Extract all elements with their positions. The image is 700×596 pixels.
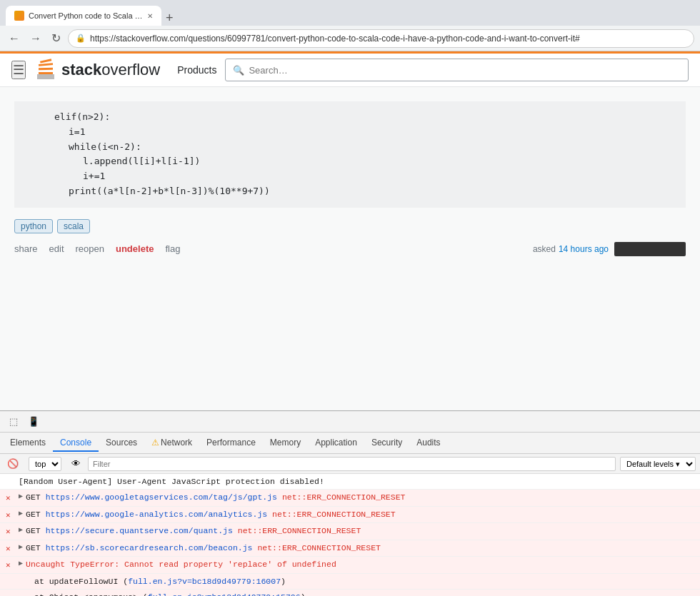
tab-console[interactable]: Console — [53, 435, 99, 452]
hamburger-menu[interactable]: ☰ — [11, 61, 26, 79]
code-line-6: print((a*l[n-2]+b*l[n-3])%(10**9+7)) — [69, 184, 674, 199]
quant-url[interactable]: https://secure.quantserve.com/quant.js — [46, 526, 233, 535]
console-filter-bar: 🚫 top 👁 Default levels ▾ — [0, 454, 700, 474]
eye-btn[interactable]: 👁 — [69, 457, 84, 470]
address-bar-row: ← → ↻ 🔒 https://stackoverflow.com/questi… — [0, 26, 700, 51]
products-nav[interactable]: Products — [177, 64, 216, 76]
console-log-area: [Random User-Agent] User-Agent JavaScrip… — [0, 474, 700, 596]
stack-link-2[interactable]: full.en.js?v=bc18d9d49779:15706 — [148, 592, 301, 596]
tab-elements[interactable]: Elements — [3, 435, 53, 452]
beacon-url[interactable]: https://sb.scorecardresearch.com/beacon.… — [46, 543, 253, 552]
devtools-panel: ⬚ 📱 Elements Console Sources ⚠Network Pe… — [0, 410, 700, 596]
tab-memory[interactable]: Memory — [263, 435, 308, 452]
code-line-4: l.append(l[i]+l[i-1]) — [83, 154, 674, 169]
asked-info: asked 14 hours ago — [533, 242, 686, 256]
so-logo-icon — [34, 56, 57, 84]
flag-link[interactable]: flag — [165, 243, 180, 254]
log-text-gpt: GET https://www.googletagservices.com/ta… — [26, 491, 694, 503]
typeerror-text: Uncaught TypeError: Cannot read property… — [26, 560, 336, 569]
browser-tab-bar: Convert Python code to Scala co... ✕ + — [0, 0, 700, 26]
arrow-1[interactable]: ▶ — [19, 491, 23, 502]
stack-text-2: at Object.<anonymous> (full.en.js?v=bc18… — [34, 591, 694, 596]
tab-security[interactable]: Security — [364, 435, 409, 452]
so-brand-text: stackoverflow — [61, 61, 160, 79]
context-select[interactable]: top — [29, 457, 61, 471]
inspect-btn[interactable]: ⬚ — [6, 414, 21, 429]
error-icon-4: ✕ — [6, 543, 16, 555]
active-tab[interactable]: Convert Python code to Scala co... ✕ — [6, 6, 161, 26]
log-line-typeerror: ✕ ▶ Uncaught TypeError: Cannot read prop… — [0, 557, 700, 574]
undelete-link[interactable]: undelete — [116, 243, 154, 254]
devtools-toolbar: ⬚ 📱 — [0, 411, 700, 433]
search-icon: 🔍 — [233, 65, 244, 76]
log-line-ua: [Random User-Agent] User-Agent JavaScrip… — [0, 474, 700, 490]
filter-input[interactable] — [88, 457, 616, 471]
code-line-5: i+=1 — [83, 169, 674, 184]
arrow-3[interactable]: ▶ — [19, 525, 23, 535]
tab-application[interactable]: Application — [308, 435, 364, 452]
refresh-button[interactable]: ↻ — [49, 30, 64, 46]
gpt-url[interactable]: https://www.googletagservices.com/tag/js… — [46, 493, 277, 502]
share-link[interactable]: share — [14, 243, 38, 254]
svg-rect-2 — [39, 63, 53, 66]
asked-time[interactable]: 14 hours ago — [559, 244, 609, 254]
code-line-2: i=1 — [69, 125, 674, 140]
address-bar[interactable]: 🔒 https://stackoverflow.com/questions/60… — [68, 29, 694, 48]
device-btn[interactable]: 📱 — [24, 414, 43, 429]
ga-url[interactable]: https://www.google-analytics.com/analyti… — [46, 510, 268, 519]
err-connect-3: net::ERR_CONNECTION_RESET — [238, 526, 361, 535]
tab-performance[interactable]: Performance — [199, 435, 263, 452]
tag-python[interactable]: python — [14, 219, 53, 233]
so-search-bar[interactable]: 🔍 — [225, 59, 689, 81]
stack-link-1[interactable]: full.en.js?v=bc18d9d49779:16007 — [128, 577, 281, 586]
log-line-ga: ✕ ▶ GET https://www.google-analytics.com… — [0, 507, 700, 524]
error-icon-3: ✕ — [6, 526, 16, 538]
clear-console-btn[interactable]: 🚫 — [4, 457, 21, 470]
search-input[interactable] — [249, 65, 681, 76]
so-header: ☰ stackoverflow Products 🔍 — [0, 51, 700, 87]
arrow-4[interactable]: ▶ — [19, 542, 23, 552]
log-text-beacon: GET https://sb.scorecardresearch.com/bea… — [26, 542, 694, 554]
tab-network[interactable]: ⚠Network — [144, 435, 199, 452]
forward-button[interactable]: → — [27, 31, 44, 46]
code-line-1: elif(n>2): — [54, 110, 674, 125]
stack-line-1: at updateFollowUI (full.en.js?v=bc18d9d4… — [0, 574, 700, 590]
post-tags: python scala — [14, 219, 686, 233]
lock-icon: 🔒 — [76, 34, 86, 43]
log-line-quant: ✕ ▶ GET https://secure.quantserve.com/qu… — [0, 523, 700, 540]
warn-icon: ⚠ — [151, 438, 159, 448]
tab-title: Convert Python code to Scala co... — [29, 11, 143, 20]
reopen-link[interactable]: reopen — [76, 243, 104, 254]
tab-audits[interactable]: Audits — [409, 435, 447, 452]
post-actions: share edit reopen undelete flag asked 14… — [14, 242, 686, 256]
edit-link[interactable]: edit — [49, 243, 64, 254]
tab-container: Convert Python code to Scala co... ✕ + — [6, 0, 178, 26]
error-icon-1: ✕ — [6, 493, 16, 505]
arrow-5[interactable]: ▶ — [19, 558, 23, 569]
svg-rect-5 — [40, 59, 51, 63]
log-line-beacon: ✕ ▶ GET https://sb.scorecardresearch.com… — [0, 540, 700, 557]
svg-rect-3 — [39, 68, 53, 71]
new-tab-button[interactable]: + — [161, 10, 178, 26]
so-logo[interactable]: stackoverflow — [34, 56, 160, 84]
svg-rect-1 — [37, 74, 54, 76]
top-context-btn[interactable]: top — [26, 455, 64, 473]
stack-text-1: at updateFollowUI (full.en.js?v=bc18d9d4… — [34, 575, 694, 587]
err-connect-4: net::ERR_CONNECTION_RESET — [257, 543, 381, 552]
back-button[interactable]: ← — [6, 31, 23, 46]
error-icon-2: ✕ — [6, 510, 16, 522]
tab-close-btn[interactable]: ✕ — [147, 12, 153, 20]
err-connect-1: net::ERR_CONNECTION_RESET — [282, 493, 406, 502]
log-line-gpt: ✕ ▶ GET https://www.googletagservices.co… — [0, 490, 700, 507]
tab-favicon — [14, 11, 24, 21]
address-text: https://stackoverflow.com/questions/6099… — [90, 34, 580, 44]
code-line-3: while(i<n-2): — [69, 140, 674, 155]
log-text-quant: GET https://secure.quantserve.com/quant.… — [26, 525, 694, 537]
tag-scala[interactable]: scala — [57, 219, 90, 233]
asked-label: asked — [533, 244, 556, 254]
log-levels-select[interactable]: Default levels ▾ — [620, 457, 696, 471]
devtools-tabs: Elements Console Sources ⚠Network Perfor… — [0, 433, 700, 454]
arrow-2[interactable]: ▶ — [19, 508, 23, 519]
tab-sources[interactable]: Sources — [99, 435, 144, 452]
err-connect-2: net::ERR_CONNECTION_RESET — [272, 510, 396, 519]
